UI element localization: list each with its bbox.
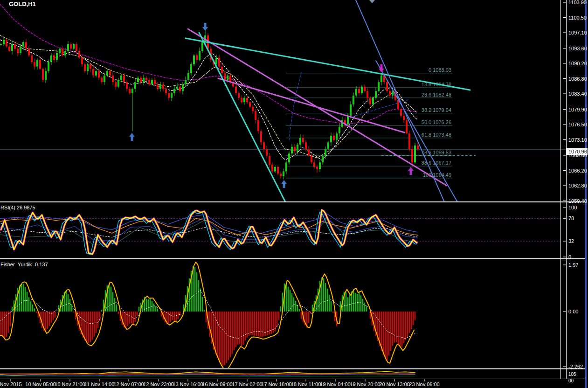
fisher-bar (247, 312, 248, 338)
fisher-bar (295, 301, 296, 312)
candle-body (106, 71, 108, 76)
candle-body (255, 111, 256, 120)
fisher-bar (235, 312, 236, 347)
fisher-bar (327, 289, 328, 312)
blue-up-arrow-1[interactable] (129, 133, 135, 141)
candle-body (25, 42, 27, 48)
candle-body (201, 42, 203, 51)
fisher-bar (25, 287, 26, 312)
symbol-period-label: GOLD,H1 (9, 0, 36, 7)
fisher-bar (263, 312, 264, 336)
candle-body (316, 167, 318, 169)
candle-body (137, 78, 139, 83)
candle-body (45, 71, 47, 80)
candle-body (277, 167, 279, 173)
candle-body (285, 162, 287, 171)
price-tick-label: 1100.50 (568, 15, 587, 21)
fisher-bar (392, 312, 393, 346)
fib-level-label: 38.2 1079.04 (422, 107, 451, 113)
fisher-bar (94, 312, 95, 337)
blue-up-arrow-2[interactable] (281, 180, 287, 188)
candle-body (31, 55, 33, 62)
fisher-bar (374, 312, 374, 331)
fisher-bar (400, 312, 401, 347)
candle-body (252, 107, 254, 111)
candle-body (28, 49, 30, 55)
fisher-bar (383, 312, 384, 355)
fisher-bar (234, 312, 235, 350)
fisher-bar (97, 312, 98, 328)
mini-scale: 10500 (568, 372, 576, 383)
candle-body (101, 78, 103, 83)
fisher-bar (316, 295, 317, 312)
symbol-dropdown-icon[interactable] (2, 2, 7, 5)
candle-body (109, 71, 111, 76)
candle-body (313, 162, 315, 167)
candle-body (333, 136, 335, 140)
blue-steep-line-1[interactable] (356, 0, 444, 202)
fisher-bar (312, 305, 313, 312)
fisher-bar (53, 312, 54, 320)
candle-body (179, 87, 181, 91)
fisher-bar (47, 312, 48, 329)
candle-body (165, 89, 167, 94)
fisher-bar (8, 312, 9, 333)
panel-separator (0, 379, 585, 379)
candle-body (196, 55, 198, 60)
candle-body (53, 55, 55, 60)
fisher-bar (359, 291, 360, 312)
fisher-bar (153, 304, 154, 312)
rsi-series (0, 210, 418, 255)
cyan-resistance-line[interactable] (186, 38, 470, 90)
fisher-bar (291, 293, 292, 312)
candle-body (162, 84, 164, 89)
candle-body (227, 76, 228, 80)
candle-body (221, 67, 223, 73)
candle-body (406, 120, 408, 134)
candle-body (62, 49, 63, 55)
candle-body (98, 71, 100, 77)
candle-body (48, 62, 49, 71)
time-axis-label: 18 Nov 11:00 (291, 381, 321, 387)
rsi-tick-label: 0 (568, 254, 571, 260)
candle-body (6, 40, 7, 46)
candle-body (246, 98, 248, 103)
blue-dashed-arc[interactable] (289, 72, 301, 140)
candle-body (302, 138, 304, 143)
fisher-bar (323, 278, 324, 312)
candle-body (157, 84, 159, 89)
fisher-bar (10, 312, 11, 326)
fisher-bar (331, 301, 332, 312)
cyan-steep-line[interactable] (199, 33, 285, 202)
fisher-bar (101, 310, 102, 312)
price-tick-label: 1073.10 (568, 137, 587, 143)
price-tick-label: 1086.80 (568, 76, 587, 82)
candle-body (238, 93, 240, 98)
candle-body (355, 89, 357, 96)
fisher-tick-label: -2.262 (568, 364, 583, 369)
time-scale[interactable]: Nov 201510 Nov 05:0010 Nov 21:0011 Nov 1… (0, 379, 440, 387)
chart-canvas[interactable]: 0 1088.0313.8 1084.7823.6 1082.4838.2 10… (0, 0, 588, 388)
top-anchor-marker (369, 0, 375, 3)
candle-body (59, 49, 61, 54)
fisher-bar (252, 312, 253, 335)
candle-body (411, 149, 413, 163)
candle-body (400, 109, 402, 116)
fisher-bar (290, 290, 291, 312)
fisher-bar (150, 298, 151, 312)
blue-down-arrow[interactable] (202, 23, 208, 31)
fisher-bar (250, 312, 251, 335)
time-axis-label: 20 Nov 13:00 (379, 381, 409, 387)
magenta-down-arrow[interactable] (379, 64, 384, 72)
fisher-bar (88, 312, 89, 343)
fisher-bar (168, 312, 169, 323)
candle-body (322, 156, 324, 162)
time-axis-label: 12 Nov 07:00 (113, 381, 144, 387)
fisher-bar (346, 292, 346, 312)
candle-body (369, 98, 371, 104)
fisher-bar (204, 310, 205, 312)
candle-body (417, 146, 419, 149)
violet-up-arrow[interactable] (408, 167, 414, 175)
fib-level-label: 61.8 1073.48 (422, 132, 451, 138)
fisher-bar (86, 312, 87, 342)
